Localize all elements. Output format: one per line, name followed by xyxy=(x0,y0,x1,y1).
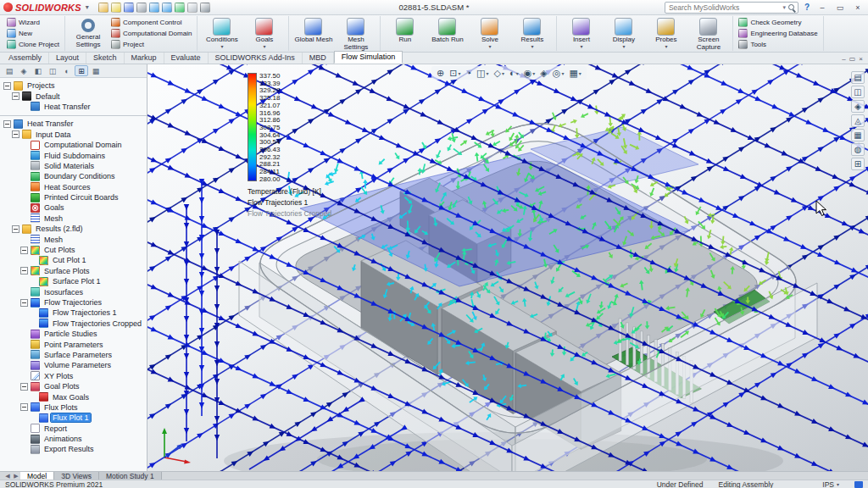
help-button[interactable]: ? xyxy=(803,3,811,12)
expand-toggle-icon[interactable] xyxy=(3,82,11,90)
tags-icon[interactable] xyxy=(854,481,863,488)
ribbon-button-probes[interactable]: Probes▾ xyxy=(645,16,687,51)
tree-item-mesh[interactable]: Mesh xyxy=(0,214,147,224)
ribbon-button-general-settings[interactable]: General Settings xyxy=(69,16,108,51)
tree-item-projects[interactable]: Projects xyxy=(0,80,147,91)
ribbon-button-goals[interactable]: Goals▾ xyxy=(243,16,285,51)
tree-item-cut-plots[interactable]: Cut Plots xyxy=(0,245,147,255)
mesh-display-tool-icon[interactable]: ▦ xyxy=(851,129,865,141)
tab-assembly[interactable]: Assembly xyxy=(2,53,49,64)
ribbon-button-run[interactable]: Run xyxy=(384,16,426,51)
viewport[interactable]: ⊕⊡▾◔◫▾◇▾◐▾◉▾◈◎▾▦▾ 337.50333.39329.29325.… xyxy=(147,64,868,471)
bottom-tab-model[interactable]: Model xyxy=(20,472,54,480)
open-file-icon[interactable] xyxy=(111,3,121,13)
new-file-icon[interactable] xyxy=(98,3,108,13)
tab-evaluate[interactable]: Evaluate xyxy=(164,53,209,64)
ribbon-button-solve[interactable]: Solve▾ xyxy=(469,16,510,51)
tree-item-fluid-subdomains[interactable]: Fluid Subdomains xyxy=(0,150,147,160)
minimize-button[interactable]: – xyxy=(815,1,829,14)
cut-plot-tool-icon[interactable]: ◫ xyxy=(851,86,865,98)
tab-layout[interactable]: Layout xyxy=(49,53,86,64)
expand-toggle-icon[interactable] xyxy=(12,92,19,100)
pane-minimize-icon[interactable]: – xyxy=(842,55,845,63)
tab-sketch[interactable]: Sketch xyxy=(86,53,125,64)
tree-item-mesh[interactable]: Mesh xyxy=(0,234,147,244)
tree-item-isosurfaces[interactable]: Isosurfaces xyxy=(0,286,147,297)
tree-item-surface-plots[interactable]: Surface Plots xyxy=(0,266,147,276)
ribbon-button-conditions[interactable]: Conditions▾ xyxy=(201,16,242,51)
tree-item-point-parameters[interactable]: Point Parameters xyxy=(0,339,147,349)
tree-item-results-2-fld[interactable]: Results (2.fld) xyxy=(0,224,147,234)
featuremanager-tab[interactable]: ▤ xyxy=(3,65,16,76)
ribbon-button-insert[interactable]: Insert▾ xyxy=(560,16,602,51)
displaymanager-tab[interactable]: ◐ xyxy=(60,65,74,76)
ribbon-button-check-geometry[interactable]: Check Geometry xyxy=(737,17,819,28)
tree-item-xy-plots[interactable]: XY Plots xyxy=(0,371,147,381)
view-orientation-icon[interactable]: ◇▾ xyxy=(492,67,506,79)
restore-button[interactable]: ▭ xyxy=(833,1,847,14)
tree-item-default[interactable]: Default xyxy=(0,91,147,101)
tree-item-report[interactable]: Report xyxy=(0,424,147,434)
isosurfaces-tool-icon[interactable]: ◬ xyxy=(851,114,865,127)
tree-item-printed-circuit-boards[interactable]: Printed Circuit Boards xyxy=(0,192,147,202)
redo-icon[interactable] xyxy=(162,3,172,13)
tree-item-volume-parameters[interactable]: Volume Parameters xyxy=(0,360,147,370)
tree-item-surface-plot-1[interactable]: Surface Plot 1 xyxy=(0,276,147,286)
dimxpertmanager-tab[interactable]: ◫ xyxy=(46,65,59,76)
file-properties-icon[interactable] xyxy=(187,3,198,13)
expand-toggle-icon[interactable] xyxy=(20,299,28,307)
display-style-icon[interactable]: ◐▾ xyxy=(508,67,520,79)
search-scope-caret-icon[interactable]: ▾ xyxy=(782,4,786,11)
ribbon-button-project[interactable]: Project xyxy=(109,39,193,50)
tab-solidworks-add-ins[interactable]: SOLIDWORKS Add-Ins xyxy=(209,53,303,64)
ribbon-button-batch-run[interactable]: Batch Run xyxy=(426,16,468,51)
bottom-tab-3d-views[interactable]: 3D Views xyxy=(54,472,99,480)
tree-item-cut-plot-1[interactable]: Cut Plot 1 xyxy=(0,255,147,265)
flow-trajectories-tool-icon[interactable]: ▤ xyxy=(851,71,865,84)
expand-toggle-icon[interactable] xyxy=(20,267,28,274)
configurationmanager-tab[interactable]: ◧ xyxy=(31,65,45,76)
edit-appearance-icon[interactable]: ◈ xyxy=(538,67,548,79)
expand-toggle-icon[interactable] xyxy=(12,130,19,138)
ribbon-button-new[interactable]: New xyxy=(5,28,61,39)
zoom-area-icon[interactable]: ⊡▾ xyxy=(448,67,462,79)
ribbon-button-results[interactable]: Results▾ xyxy=(511,16,553,51)
tree-item-computational-domain[interactable]: Computational Domain xyxy=(0,140,147,150)
previous-view-icon[interactable]: ◔ xyxy=(464,67,473,79)
flow-simulation-tree-tab[interactable]: ▦ xyxy=(89,65,103,76)
ribbon-button-display[interactable]: Display▾ xyxy=(603,16,644,51)
ribbon-button-component-control[interactable]: Component Control xyxy=(109,17,193,28)
tab-mbd[interactable]: MBD xyxy=(303,53,334,64)
search-icon[interactable] xyxy=(788,4,794,10)
tree-item-export-results[interactable]: Export Results xyxy=(0,444,147,454)
ribbon-button-clone-project[interactable]: Clone Project xyxy=(5,39,61,50)
search-input[interactable] xyxy=(669,3,780,12)
expand-toggle-icon[interactable] xyxy=(20,247,28,254)
tree-item-max-goals[interactable]: Max Goals xyxy=(0,391,147,402)
pane-close-icon[interactable]: × xyxy=(859,55,863,63)
tree-item-flow-trajectories[interactable]: Flow Trajectories xyxy=(0,297,147,308)
tree-item-goals[interactable]: Goals xyxy=(0,202,147,213)
ribbon-button-engineering-database[interactable]: Engineering Database xyxy=(737,28,819,39)
lighting-tool-icon[interactable]: ◍ xyxy=(851,143,865,156)
tree-item-flux-plots[interactable]: Flux Plots xyxy=(0,402,147,413)
close-button[interactable]: × xyxy=(851,1,865,14)
tree-item-goal-plots[interactable]: Goal Plots xyxy=(0,381,147,391)
tabs-scroll-left-icon[interactable]: ◀ xyxy=(3,472,12,480)
print-icon[interactable] xyxy=(136,3,147,13)
expand-toggle-icon[interactable] xyxy=(12,225,19,233)
ribbon-button-global-mesh[interactable]: Global Mesh xyxy=(292,16,334,51)
propertymanager-tab[interactable]: ◈ xyxy=(17,65,31,76)
options-tool-icon[interactable]: ⊞ xyxy=(851,158,865,170)
tree-item-heat-transfer[interactable]: Heat Transfer xyxy=(0,102,147,112)
ribbon-button-computational-domain[interactable]: Computational Domain xyxy=(109,28,193,39)
tree-item-boundary-conditions[interactable]: Boundary Conditions xyxy=(0,171,147,181)
menu-caret-icon[interactable]: ▾ xyxy=(84,3,91,11)
hide-show-items-icon[interactable]: ◉▾ xyxy=(522,67,537,79)
tree-item-input-data[interactable]: Input Data xyxy=(0,130,147,140)
tabs-scroll-right-icon[interactable]: ▶ xyxy=(12,472,20,480)
tree-item-animations[interactable]: Animations xyxy=(0,434,147,444)
tree-item-solid-materials[interactable]: Solid Materials xyxy=(0,161,147,171)
apply-scene-icon[interactable]: ◎▾ xyxy=(551,67,566,79)
options-icon[interactable] xyxy=(200,3,210,13)
